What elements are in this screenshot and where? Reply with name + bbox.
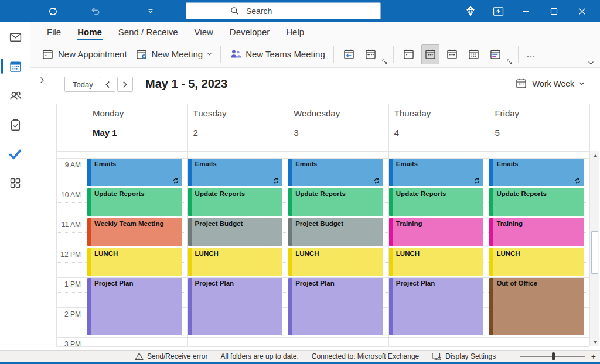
- menu-tab-view[interactable]: View: [186, 22, 221, 41]
- day-view-button[interactable]: [400, 44, 418, 64]
- maximize-button[interactable]: [541, 0, 567, 22]
- event-title: LUNCH: [91, 248, 182, 257]
- zoom-control: – + 100%: [509, 352, 600, 362]
- day-date-monday[interactable]: May 1: [93, 128, 182, 138]
- calendar-event[interactable]: Emails: [288, 159, 383, 186]
- day-date-friday[interactable]: 5: [495, 128, 584, 138]
- calendar-event[interactable]: LUNCH: [188, 248, 283, 276]
- work-week-view-button[interactable]: [421, 44, 439, 64]
- calendar-event[interactable]: Project Plan: [389, 278, 484, 335]
- calendar-event[interactable]: Emails: [188, 159, 283, 186]
- vertical-scrollbar[interactable]: [589, 151, 599, 346]
- go-to-date-back-button[interactable]: [340, 44, 358, 64]
- month-view-button[interactable]: [465, 44, 483, 64]
- premium-diamond-icon[interactable]: [457, 0, 483, 22]
- calendar-event[interactable]: LUNCH: [389, 248, 484, 276]
- event-title: Project Plan: [393, 278, 484, 287]
- calendar-event[interactable]: Update Reports: [188, 188, 283, 216]
- display-settings-button[interactable]: Display Settings: [432, 352, 496, 361]
- send-receive-sync-icon[interactable]: [43, 0, 63, 22]
- menu-tab-file[interactable]: File: [39, 22, 69, 41]
- zoom-slider-thumb[interactable]: [552, 352, 555, 360]
- day-date-tuesday[interactable]: 2: [193, 128, 282, 138]
- warning-icon: [135, 352, 144, 360]
- search-icon: [230, 6, 239, 15]
- sidebar-item-mail[interactable]: [0, 22, 30, 51]
- grid-horizontal-line: [56, 151, 589, 152]
- new-appointment-button[interactable]: New Appointment: [38, 45, 131, 63]
- scrollbar-thumb[interactable]: [591, 231, 598, 274]
- menu-tab-send-receive[interactable]: Send / Receive: [110, 22, 186, 41]
- menu-tab-home[interactable]: Home: [69, 22, 110, 41]
- calendar-event[interactable]: LUNCH: [87, 248, 182, 276]
- week-view-button[interactable]: [443, 44, 461, 64]
- calendar-event[interactable]: Weekly Team Meeting: [87, 218, 182, 246]
- next-seven-days-button[interactable]: [362, 44, 380, 64]
- sidebar-item-people[interactable]: [0, 81, 30, 110]
- ribbon-collapse-chevron-icon[interactable]: [588, 61, 594, 66]
- time-label: 12 PM: [55, 250, 81, 259]
- menu-tab-help[interactable]: Help: [278, 22, 312, 41]
- sidebar-item-tasks[interactable]: [0, 110, 30, 139]
- calendar-event[interactable]: Update Reports: [87, 188, 182, 216]
- calendar-event[interactable]: LUNCH: [489, 248, 584, 276]
- calendar-event[interactable]: Emails: [389, 159, 484, 186]
- day-date-thursday[interactable]: 4: [394, 128, 483, 138]
- menu-tab-developer[interactable]: Developer: [221, 22, 278, 41]
- calendar-event[interactable]: Emails: [489, 159, 584, 186]
- minimize-button[interactable]: [513, 0, 539, 22]
- scroll-up-button[interactable]: [590, 151, 600, 160]
- calendar-event[interactable]: Update Reports: [489, 188, 584, 216]
- calendar-event[interactable]: Project Plan: [288, 278, 383, 335]
- new-meeting-dropdown-chevron-icon[interactable]: [207, 52, 212, 56]
- new-meeting-button[interactable]: New Meeting: [131, 45, 217, 63]
- day-date-wednesday[interactable]: 3: [294, 128, 383, 138]
- ribbon-separator: [518, 46, 519, 63]
- sidebar-item-apps[interactable]: [0, 169, 30, 198]
- calendar-event[interactable]: Training: [489, 218, 584, 246]
- calendar-event[interactable]: Out of Office: [489, 278, 584, 335]
- event-title: Project Plan: [192, 278, 283, 287]
- calendar-grid-layer: MondayMay 1Tuesday2Wednesday3Thursday4Fr…: [30, 68, 600, 350]
- time-label: 9 AM: [55, 161, 81, 169]
- calendar-event[interactable]: Project Budget: [188, 218, 283, 246]
- close-button[interactable]: [569, 0, 595, 22]
- new-teams-meeting-button[interactable]: New Teams Meeting: [225, 45, 329, 63]
- dialog-launcher-icon[interactable]: [381, 59, 388, 65]
- calendar-event[interactable]: Update Reports: [389, 188, 484, 216]
- zoom-slider[interactable]: [520, 356, 585, 357]
- calendar-event[interactable]: Project Plan: [87, 278, 182, 335]
- calendar-event[interactable]: Project Plan: [188, 278, 283, 335]
- zoom-in-button[interactable]: +: [591, 352, 596, 361]
- calendar-view: Today May 1 - 5, 2023 Work Week MondayMa…: [30, 68, 600, 350]
- calendar-event[interactable]: LUNCH: [288, 248, 383, 276]
- calendar-event[interactable]: Emails: [87, 159, 182, 186]
- dialog-launcher-icon[interactable]: [506, 59, 513, 65]
- event-title: Update Reports: [393, 188, 484, 197]
- more-commands-button[interactable]: …: [521, 48, 541, 61]
- event-title: Project Budget: [192, 218, 283, 227]
- send-receive-error-status[interactable]: Send/Receive error: [135, 352, 207, 360]
- customize-quick-access-chevron-icon[interactable]: [144, 0, 157, 22]
- event-title: Emails: [493, 159, 584, 167]
- scroll-down-button[interactable]: [590, 337, 600, 346]
- zoom-out-button[interactable]: –: [509, 352, 513, 362]
- undo-icon[interactable]: [86, 0, 105, 22]
- ribbon-separator: [393, 46, 394, 63]
- calendar-event[interactable]: Project Budget: [288, 218, 383, 246]
- calendar-event[interactable]: Update Reports: [288, 188, 383, 216]
- event-title: Update Reports: [192, 188, 283, 197]
- week-view-icon: [446, 48, 458, 60]
- event-title: Emails: [192, 159, 283, 167]
- schedule-view-button[interactable]: [486, 44, 504, 64]
- calendar-event[interactable]: Training: [389, 218, 484, 246]
- sidebar-item-todo[interactable]: [0, 139, 30, 169]
- window-popout-icon[interactable]: [485, 0, 512, 22]
- search-input[interactable]: Search: [186, 2, 381, 19]
- title-bar: Search: [0, 0, 600, 22]
- event-title: LUNCH: [192, 248, 283, 257]
- apps-grid-icon: [9, 177, 22, 190]
- menu-bar: FileHomeSend / ReceiveViewDeveloperHelp: [30, 22, 600, 41]
- schedule-view-icon: [489, 48, 502, 60]
- sidebar-item-calendar[interactable]: [0, 51, 30, 81]
